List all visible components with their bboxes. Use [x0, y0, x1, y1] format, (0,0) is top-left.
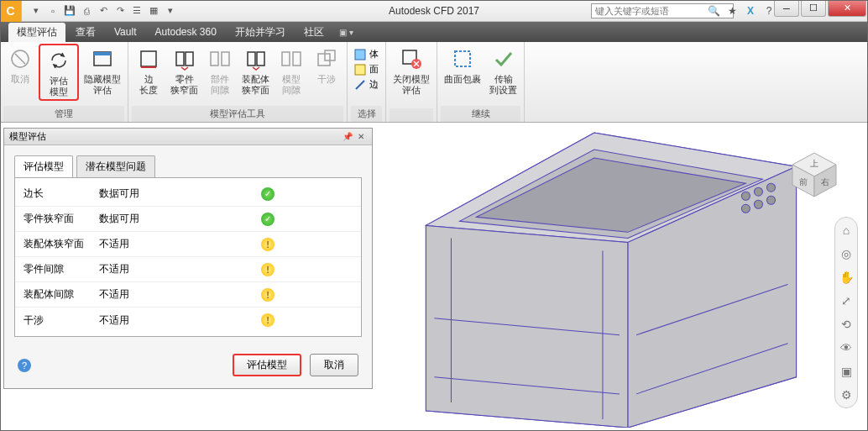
svg-rect-9	[222, 52, 229, 66]
menu-tab-view[interactable]: 查看	[67, 23, 104, 42]
menu-tab-vault[interactable]: Vault	[106, 24, 144, 40]
select-body-button[interactable]: 体	[351, 47, 382, 61]
ribbon-hide-evaluation-button[interactable]: 隐藏模型 评估	[81, 44, 124, 97]
svg-text:右: 右	[821, 177, 829, 187]
status-ok-icon: ✓	[261, 213, 275, 226]
nav-tools-bar: ⌂ ◎ ✋ ⤢ ⟲ 👁 ▣ ⚙	[834, 217, 858, 408]
svg-rect-11	[257, 52, 264, 66]
svg-rect-4	[141, 51, 156, 66]
ribbon-group-continue: 曲面包裹 传输 到设置 继续	[437, 42, 525, 122]
svg-rect-3	[94, 52, 111, 55]
qat-grid-icon[interactable]: ▦	[146, 3, 161, 18]
menu-overflow-icon[interactable]: ▣ ▾	[334, 28, 358, 37]
menu-tab-community[interactable]: 社区	[295, 23, 332, 42]
menu-bar: 模型评估 查看 Vault Autodesk 360 开始并学习 社区 ▣ ▾	[0, 22, 868, 42]
surface-wrap-icon	[449, 45, 476, 72]
svg-rect-21	[455, 51, 470, 66]
svg-rect-17	[355, 65, 365, 75]
qat-save-icon[interactable]: 💾	[62, 3, 77, 18]
model-evaluation-panel: 模型评估 📌 ✕ 评估模型 潜在模型问题 边长 数据可用 ✓ 零件狭窄面 数据可…	[3, 128, 373, 389]
ribbon-surface-wrap-button[interactable]: 曲面包裹	[441, 44, 484, 87]
menu-tab-getstarted[interactable]: 开始并学习	[227, 23, 294, 42]
ribbon-close-evaluation-button[interactable]: 关闭模型 评估	[390, 44, 433, 97]
svg-rect-13	[293, 52, 301, 66]
tab-evaluate-model[interactable]: 评估模型	[14, 155, 73, 177]
svg-text:上: 上	[810, 159, 818, 168]
maximize-button[interactable]: ☐	[801, 0, 826, 17]
pan-icon[interactable]: ✋	[839, 270, 854, 285]
panel-header: 模型评估 📌 ✕	[4, 129, 372, 145]
svg-rect-8	[211, 52, 218, 66]
qat-open-icon[interactable]: ▫	[45, 3, 60, 18]
svg-rect-6	[176, 52, 184, 66]
menu-tab-a360[interactable]: Autodesk 360	[146, 24, 224, 40]
qat-save2-icon[interactable]: ⎙	[79, 3, 94, 18]
qat-dropdown-icon[interactable]: ▾	[163, 3, 178, 18]
table-row: 零件间隙 不适用 !	[15, 257, 361, 282]
panel-pin-icon[interactable]: 📌	[342, 131, 353, 143]
model-gap-icon	[278, 45, 305, 72]
ribbon-part-sliver-button[interactable]: 零件 狭窄面	[167, 44, 201, 97]
table-row: 装配体狭窄面 不适用 !	[15, 232, 361, 257]
menu-tab-model-evaluation[interactable]: 模型评估	[8, 23, 65, 42]
ribbon-cancel-button: 取消	[3, 44, 37, 87]
status-warn-icon: !	[261, 263, 275, 276]
home-view-icon[interactable]: ⌂	[839, 223, 854, 238]
cancel-button[interactable]: 取消	[310, 354, 358, 376]
fullscreen-icon[interactable]: ▣	[839, 364, 854, 379]
assembly-sliver-icon	[243, 45, 269, 72]
select-face-button[interactable]: 面	[351, 62, 382, 76]
ribbon-model-gap-button: 模型 间隙	[275, 44, 308, 97]
minimize-button[interactable]: ─	[774, 0, 799, 17]
svg-point-35	[754, 187, 762, 196]
qat-undo-icon[interactable]: ↶	[96, 3, 111, 18]
panel-table: 边长 数据可用 ✓ 零件狭窄面 数据可用 ✓ 装配体狭窄面 不适用 ! 零件间隙…	[14, 177, 362, 337]
ribbon-evaluate-model-button[interactable]: 评估 模型	[42, 45, 76, 99]
panel-help-icon[interactable]: ?	[18, 359, 31, 372]
tab-potential-issues[interactable]: 潜在模型问题	[76, 155, 155, 177]
exchange-icon[interactable]: X	[744, 4, 757, 18]
hide-panel-icon	[89, 45, 116, 72]
viewport-3d[interactable]: 上 前 右 ⌂ ◎ ✋ ⤢ ⟲ 👁 ▣ ⚙	[374, 124, 865, 428]
qat-menu-icon[interactable]: ☰	[129, 3, 144, 18]
evaluate-model-button[interactable]: 评估模型	[233, 354, 301, 376]
ribbon-edge-length-button[interactable]: 边 长度	[132, 44, 165, 97]
status-warn-icon: !	[261, 288, 275, 302]
edge-length-icon	[135, 45, 162, 72]
settings-icon[interactable]: ⚙	[839, 387, 854, 402]
zoom-icon[interactable]: ⤢	[839, 293, 854, 308]
steering-wheel-icon[interactable]: ◎	[839, 246, 854, 261]
part-sliver-icon	[171, 45, 198, 72]
refresh-icon	[45, 47, 72, 74]
app-icon[interactable]: C	[0, 0, 22, 22]
svg-rect-12	[282, 52, 290, 66]
svg-rect-10	[248, 52, 255, 66]
svg-point-37	[741, 204, 750, 213]
close-evaluation-icon	[398, 45, 425, 72]
star-icon[interactable]: ★	[725, 4, 739, 18]
status-warn-icon: !	[261, 313, 275, 327]
look-icon[interactable]: 👁	[839, 340, 854, 355]
title-bar: C ▾ ▫ 💾 ⎙ ↶ ↷ ☰ ▦ ▾ Autodesk CFD 2017 🔍 …	[0, 0, 868, 22]
select-edge-button[interactable]: 边	[351, 77, 382, 92]
ribbon-group-select: 体 面 边 选择	[348, 42, 386, 122]
ribbon-group-manage: 取消 评估 模型 隐藏模型 评估 管理	[0, 42, 128, 122]
ribbon-assembly-sliver-button[interactable]: 装配体 狭窄面	[238, 44, 273, 97]
table-row: 干涉 不适用 !	[15, 307, 361, 333]
panel-tabs: 评估模型 潜在模型问题	[4, 145, 372, 177]
close-button[interactable]: ✕	[828, 0, 866, 17]
viewcube[interactable]: 上 前 右	[789, 150, 839, 200]
table-row: 零件狭窄面 数据可用 ✓	[15, 207, 361, 232]
ribbon-transfer-settings-button[interactable]: 传输 到设置	[486, 44, 520, 97]
binoculars-icon[interactable]: 🔍	[707, 4, 720, 18]
svg-point-39	[766, 196, 775, 204]
qat-new-icon[interactable]: ▾	[29, 3, 44, 18]
ribbon-interference-button: 干涉	[310, 44, 343, 87]
panel-close-icon[interactable]: ✕	[355, 131, 367, 143]
status-warn-icon: !	[261, 238, 275, 251]
ribbon-group-close: 关闭模型 评估	[386, 42, 437, 122]
status-ok-icon: ✓	[261, 187, 275, 201]
svg-rect-7	[186, 52, 193, 66]
qat-redo-icon[interactable]: ↷	[112, 3, 128, 18]
orbit-icon[interactable]: ⟲	[839, 317, 854, 332]
